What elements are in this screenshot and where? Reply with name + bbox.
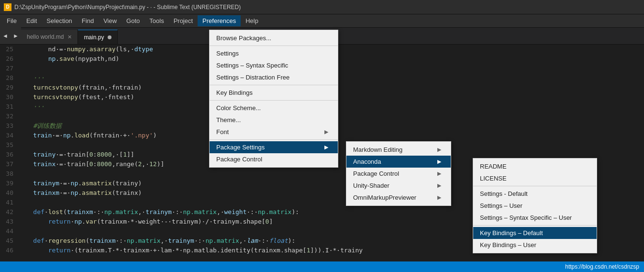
anaconda-settings-user[interactable]: Settings – User <box>473 200 597 212</box>
menu-settings-syntax[interactable]: Settings – Syntax Specific <box>210 59 338 71</box>
menu-view[interactable]: View <box>99 15 122 26</box>
menu-file[interactable]: File <box>2 15 22 26</box>
menu-goto[interactable]: Goto <box>122 15 144 26</box>
package-settings-arrow: ▶ <box>324 144 328 150</box>
line-num-32: 32 <box>0 112 18 121</box>
line-num-28: 28 <box>0 73 18 83</box>
menu-preferences[interactable]: Preferences <box>198 15 241 26</box>
menu-color-scheme[interactable]: Color Scheme... <box>210 102 338 114</box>
line-num-39: 39 <box>0 179 18 188</box>
line-num-34: 34 <box>0 131 18 140</box>
menu-project[interactable]: Project <box>169 15 198 26</box>
unity-shader-arrow: ▶ <box>437 182 441 189</box>
menu-font[interactable]: Font ▶ <box>210 126 338 138</box>
anaconda-arrow: ▶ <box>437 159 441 165</box>
menu-package-settings[interactable]: Package Settings ▶ <box>210 141 338 153</box>
line-num-38: 38 <box>0 169 18 179</box>
submenu-unity-shader[interactable]: Unity-Shader ▶ <box>346 180 451 192</box>
package-control-arrow: ▶ <box>437 170 441 177</box>
line-num-26: 26 <box>0 54 18 64</box>
preferences-menu: Browse Packages... Settings Settings – S… <box>209 30 338 168</box>
anaconda-submenu: README LICENSE Settings - Default Settin… <box>473 158 597 253</box>
tab-nav-left[interactable]: ◄ <box>0 27 11 44</box>
omni-markup-arrow: ▶ <box>437 194 441 201</box>
menu-settings[interactable]: Settings <box>210 47 338 59</box>
submenu-omni-markup[interactable]: OmniMarkupPreviewer ▶ <box>346 192 451 204</box>
anaconda-settings-default[interactable]: Settings - Default <box>473 188 597 200</box>
submenu-anaconda[interactable]: Anaconda ▶ <box>346 156 451 168</box>
line-num-31: 31 <box>0 102 18 112</box>
separator-2 <box>210 85 338 85</box>
menu-package-control[interactable]: Package Control <box>210 153 338 165</box>
anaconda-key-bindings-default[interactable]: Key Bindings – Default <box>473 227 597 239</box>
line-num-33: 33 <box>0 121 18 131</box>
title-bar: D D:\ZspUnityProgram\Python\NumpyProject… <box>0 0 644 14</box>
line-num-42: 42 <box>0 207 18 217</box>
tab-main-py[interactable]: main.py <box>78 30 118 44</box>
menu-key-bindings[interactable]: Key Bindings <box>210 87 338 99</box>
anaconda-settings-syntax-user[interactable]: Settings – Syntax Specific – User <box>473 212 597 224</box>
anaconda-sep-2 <box>473 225 597 226</box>
line-num-35: 35 <box>0 140 18 150</box>
line-num-37: 37 <box>0 159 18 169</box>
line-num-36: 36 <box>0 150 18 159</box>
line-num-30: 30 <box>0 92 18 102</box>
submenu-package-control[interactable]: Package Control ▶ <box>346 168 451 180</box>
separator-3 <box>210 100 338 101</box>
line-num-43: 43 <box>0 217 18 227</box>
tab-modified-dot <box>108 35 111 39</box>
menu-find[interactable]: Find <box>77 15 99 26</box>
tab-nav-right[interactable]: ► <box>11 27 21 44</box>
menu-settings-distraction[interactable]: Settings – Distraction Free <box>210 71 338 83</box>
line-num-44: 44 <box>0 227 18 236</box>
anaconda-readme[interactable]: README <box>473 160 597 172</box>
line-num-40: 40 <box>0 188 18 198</box>
menu-bar: File Edit Selection Find View Goto Tools… <box>0 14 644 28</box>
tab-label-hello: hello world.md <box>27 34 64 40</box>
tab-label-main: main.py <box>84 34 104 41</box>
font-arrow: ▶ <box>324 129 328 135</box>
anaconda-license[interactable]: LICENSE <box>473 172 597 184</box>
menu-help[interactable]: Help <box>241 15 263 26</box>
anaconda-key-bindings-user[interactable]: Key Bindings – User <box>473 239 597 251</box>
menu-tools[interactable]: Tools <box>144 15 168 26</box>
tab-hello-world[interactable]: hello world.md ✕ <box>21 30 78 44</box>
line-num-41: 41 <box>0 198 18 207</box>
separator-4 <box>210 139 338 140</box>
line-num-27: 27 <box>0 64 18 73</box>
menu-edit[interactable]: Edit <box>22 15 42 26</box>
window-title: D:\ZspUnityProgram\Python\NumpyProject\m… <box>14 4 241 11</box>
separator-1 <box>210 45 338 46</box>
markdown-arrow: ▶ <box>437 147 441 153</box>
menu-browse-packages[interactable]: Browse Packages... <box>210 32 338 44</box>
line-num-25: 25 <box>0 45 18 54</box>
line-num-29: 29 <box>0 83 18 92</box>
tab-close-hello[interactable]: ✕ <box>67 34 72 40</box>
line-num-46: 46 <box>0 246 18 255</box>
anaconda-sep-1 <box>473 186 597 186</box>
app-icon: D <box>4 3 11 11</box>
menu-selection[interactable]: Selection <box>42 15 77 26</box>
line-num-45: 45 <box>0 236 18 246</box>
package-settings-submenu: Markdown Editing ▶ Anaconda ▶ Package Co… <box>346 141 451 206</box>
status-url: https://blog.csdn.net/csdnzsp <box>565 263 639 270</box>
menu-theme[interactable]: Theme... <box>210 114 338 126</box>
submenu-markdown[interactable]: Markdown Editing ▶ <box>346 144 451 156</box>
status-bar: https://blog.csdn.net/csdnzsp <box>0 261 644 272</box>
